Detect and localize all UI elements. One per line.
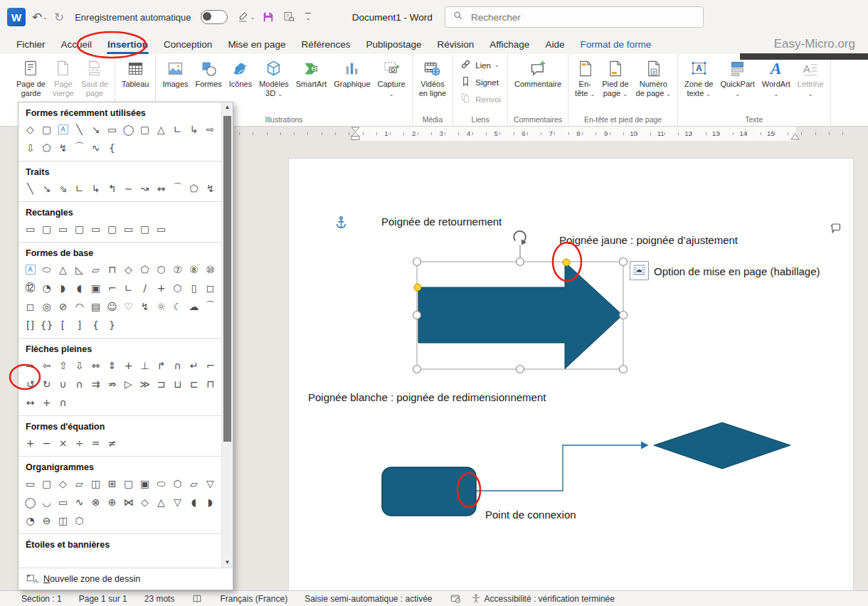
shape-cell[interactable]: ⇨ [202, 121, 218, 138]
layout-options-button[interactable] [630, 261, 649, 280]
shape-cell[interactable]: ⊓ [104, 261, 120, 278]
scrollbar-thumb[interactable] [223, 116, 231, 442]
tab-conception[interactable]: Conception [156, 36, 220, 53]
shape-cell[interactable]: ♡ [120, 298, 137, 315]
shape-cell[interactable]: ⬠ [38, 139, 55, 156]
shape-cell[interactable]: ⊗ [88, 494, 104, 511]
shape-cell[interactable]: ◖ [71, 280, 88, 297]
shape-cell[interactable]: ▢ [38, 220, 55, 238]
shape-cell[interactable]: ◖ [186, 494, 202, 511]
shape-cell[interactable]: ↭ [153, 180, 169, 197]
tab-accueil[interactable]: Accueil [53, 36, 100, 53]
elbow-connector[interactable] [476, 445, 642, 491]
shape-cell[interactable]: {} [38, 317, 55, 334]
text-box-button[interactable]: AZone detexte ⌄ [681, 55, 716, 113]
shape-cell[interactable]: ⊏ [186, 376, 202, 393]
shape-cell[interactable]: ⇦ [38, 357, 55, 374]
tab-fichier[interactable]: Fichier [9, 36, 53, 53]
shape-cell[interactable]: + [22, 435, 38, 452]
tab-mise-en-page[interactable]: Mise en page [220, 36, 293, 53]
shape-cell[interactable]: A [55, 121, 71, 138]
shape-cell[interactable]: ▱ [71, 475, 88, 492]
shape-cell[interactable]: ▭ [120, 220, 137, 238]
shape-cell[interactable]: △ [55, 261, 71, 278]
shape-cell[interactable]: × [55, 435, 71, 452]
shape-cell[interactable]: ⬠ [186, 180, 202, 197]
shape-cell[interactable]: } [104, 317, 120, 334]
shape-cell[interactable]: ↘ [88, 121, 104, 138]
note-tag-icon[interactable] [830, 221, 842, 234]
right-indent-marker[interactable] [790, 132, 801, 141]
shape-cell[interactable]: ▢ [137, 220, 153, 238]
link-button[interactable]: Lien ⌄ [456, 58, 504, 73]
status-section[interactable]: Section : 1 [21, 594, 62, 604]
shape-cell[interactable]: ⑫ [22, 280, 38, 297]
menu-scrollbar[interactable]: ▲ ▼ [221, 102, 233, 568]
shape-cell[interactable]: ⌒ [202, 298, 218, 315]
shape-cell[interactable]: { [104, 139, 120, 156]
accessibility-status[interactable]: Accessibilité : vérification terminée [470, 593, 615, 605]
bookmark-button[interactable]: Signet [456, 75, 504, 90]
status-autocomplete[interactable]: Saisie semi-automatique : activée [305, 594, 432, 604]
shape-cell[interactable]: ◇ [137, 494, 153, 511]
shape-cell[interactable]: ⑦ [169, 261, 186, 278]
header-button[interactable]: En-tête ⌄ [571, 55, 598, 113]
shape-cell[interactable]: ▭ [88, 220, 104, 238]
shape-cell[interactable]: + [120, 357, 137, 374]
tab-r-f-rences[interactable]: Références [293, 36, 358, 53]
shape-cell[interactable]: ⊞ [104, 475, 120, 492]
shape-cell[interactable]: ⬭ [38, 261, 55, 278]
undo-button[interactable]: ↶⌄ [32, 10, 48, 25]
shape-cell[interactable]: ↯ [202, 180, 218, 197]
shape-cell[interactable]: ▢ [104, 220, 120, 238]
shape-cell[interactable]: ⬡ [169, 475, 186, 492]
autosave-toggle[interactable] [201, 10, 228, 24]
shape-cell[interactable]: / [137, 280, 153, 297]
shape-cell[interactable]: △ [153, 121, 169, 138]
shape-cell[interactable]: ▱ [186, 475, 202, 492]
shape-cell[interactable]: ◺ [71, 261, 88, 278]
adjustment-handles[interactable] [414, 259, 570, 291]
search-box[interactable] [445, 6, 704, 28]
shape-cell[interactable]: ⇧ [55, 357, 71, 374]
shape-cell[interactable]: = [88, 435, 104, 452]
scroll-down-icon[interactable]: ▼ [225, 558, 231, 568]
shape-cell[interactable]: ☾ [169, 298, 186, 315]
status-page-count[interactable]: Page 1 sur 1 [79, 594, 127, 604]
shape-cell[interactable]: ∟ [120, 280, 137, 297]
shape-cell[interactable]: ⌐ [104, 280, 120, 297]
indent-markers[interactable] [350, 127, 361, 141]
tab-aide[interactable]: Aide [537, 36, 572, 53]
diamond-shape[interactable] [654, 422, 790, 469]
shape-cell[interactable]: ▭ [22, 475, 38, 492]
shape-cell[interactable]: ÷ [71, 435, 88, 452]
proofing-book-icon[interactable] [191, 593, 203, 605]
sync-status-icon[interactable] [450, 592, 462, 605]
models-3d-button[interactable]: Modèles3D ⌄ [255, 55, 292, 113]
shape-cell[interactable]: ◻ [202, 280, 218, 297]
shape-cell[interactable]: ▽ [169, 494, 186, 511]
shape-cell[interactable]: ◇ [22, 121, 38, 138]
shape-cell[interactable]: ◡ [38, 494, 55, 511]
shape-cell[interactable]: ▽ [202, 475, 218, 492]
shape-cell[interactable]: ◯ [22, 494, 38, 511]
shape-cell[interactable]: ⇘ [55, 180, 71, 197]
shape-cell[interactable]: ⇕ [104, 357, 120, 374]
shape-cell[interactable]: △ [153, 494, 169, 511]
shape-cell[interactable]: ☁ [186, 298, 202, 315]
shape-cell[interactable]: ◻ [22, 298, 38, 315]
shape-cell[interactable]: [ [55, 317, 71, 334]
shape-cell[interactable]: ◇ [55, 475, 71, 492]
shape-cell[interactable]: ⇔ [88, 357, 104, 374]
shape-cell[interactable]: ∩ [71, 376, 88, 393]
shape-cell[interactable]: { [88, 317, 104, 334]
search-input[interactable] [470, 11, 679, 23]
shape-cell[interactable]: ⊥ [137, 357, 153, 374]
shape-cell[interactable]: ⊕ [104, 494, 120, 511]
shape-cell[interactable]: ↘ [38, 180, 55, 197]
drop-cap-button[interactable]: ALettrine⌄ [794, 55, 827, 113]
shape-cell[interactable]: ⊔ [169, 376, 186, 393]
shape-cell[interactable]: ▯ [186, 280, 202, 297]
shape-cell[interactable]: ⇉ [88, 376, 104, 393]
shape-cell[interactable]: ◯ [120, 121, 137, 138]
